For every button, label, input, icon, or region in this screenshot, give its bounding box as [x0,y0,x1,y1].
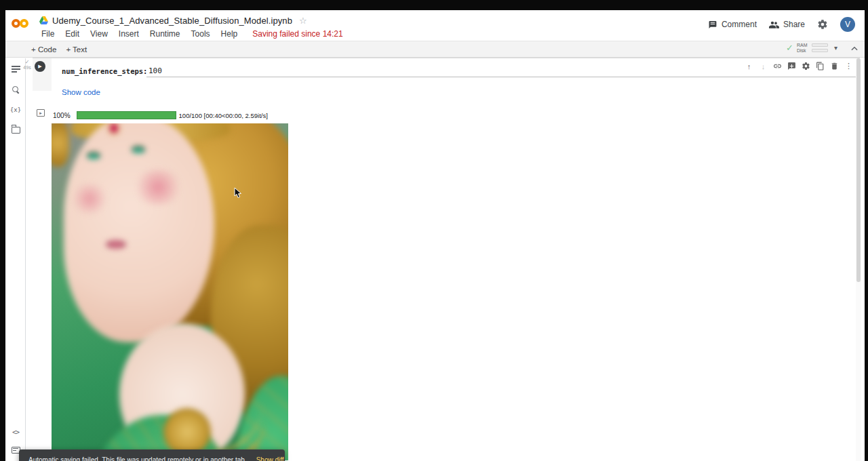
logo-ring-right [20,19,28,28]
collapse-chevron-icon[interactable] [850,44,859,54]
form-field-label: num_inference_steps: [62,67,147,75]
menu-file[interactable]: File [36,28,60,40]
show-diff-button[interactable]: Show diff [256,456,284,461]
menu-tools[interactable]: Tools [186,28,216,40]
star-icon[interactable]: ☆ [299,16,307,26]
mouse-cursor [234,187,242,199]
progress-caption: 100/100 [00:40<00:00, 2.59it/s] [179,112,268,119]
menu-runtime[interactable]: Runtime [144,28,186,40]
header: Udemy_Course_1_Advanced_Stable_Diffusion… [5,10,865,41]
progress-row: 100% 100/100 [00:40<00:00, 2.59it/s] [53,111,268,120]
colab-logo-icon[interactable] [11,16,33,31]
generated-image [52,123,288,460]
comment-button[interactable]: Comment [708,20,757,29]
image-forehead-gem [110,123,118,133]
notebook-toolbar: + Code + Text ✓ RAM Disk ▾ [5,41,865,58]
move-cell-down-icon[interactable]: ↓ [758,61,768,71]
more-options-icon[interactable]: ⋮ [844,61,854,71]
disk-meter [812,49,828,52]
add-code-button[interactable]: + Code [31,45,56,54]
execution-info: ✓ 49s [22,60,33,70]
play-icon: ▶ [38,64,41,69]
avatar[interactable]: V [840,17,855,32]
image-gold-ornament-region [52,123,69,167]
add-text-button[interactable]: + Text [66,45,87,54]
link-cell-icon[interactable] [772,61,783,71]
cell-settings-icon[interactable] [801,61,811,71]
colab-app: Udemy_Course_1_Advanced_Stable_Diffusion… [5,10,865,461]
left-sidebar: {x} <> [5,58,26,461]
search-icon[interactable] [5,81,26,98]
resource-widget[interactable]: ✓ RAM Disk ▾ [786,43,837,53]
code-snippets-icon[interactable]: <> [5,424,26,440]
notebook-title[interactable]: Udemy_Course_1_Advanced_Stable_Diffusion… [52,16,292,26]
menu-bar: File Edit View Insert Runtime Tools Help… [36,28,343,40]
image-left-eye [87,152,100,159]
save-status[interactable]: Saving failed since 14:21 [252,29,342,39]
cell-toolbar: ↑ ↓ ⋮ [741,60,856,73]
variables-icon[interactable]: {x} [5,102,26,118]
scrollbar-thumb[interactable] [856,58,861,282]
image-gold-pendant [163,408,211,456]
image-lips [106,240,126,249]
delete-cell-icon[interactable] [829,61,840,71]
save-failed-toast: Automatic saving failed. This file was u… [19,449,285,461]
share-people-icon [769,20,779,28]
show-code-link[interactable]: Show code [62,88,100,96]
image-blush-region [132,169,184,205]
progress-percent: 100% [53,112,71,119]
add-comment-icon[interactable] [787,61,797,71]
drive-icon [39,16,48,24]
execution-time: 49s [22,65,33,70]
executed-check-icon: ✓ [22,60,33,65]
copy-cell-icon[interactable] [815,61,825,71]
image-right-eye [132,146,145,153]
comment-icon [708,20,717,29]
share-label: Share [783,20,805,29]
toast-message: Automatic saving failed. This file was u… [28,456,247,461]
progress-bar [77,111,176,119]
disk-label: Disk [797,48,810,53]
share-button[interactable]: Share [769,20,805,29]
output-indicator-icon[interactable]: ▸ [37,109,45,117]
screen-frame: Udemy_Course_1_Advanced_Stable_Diffusion… [0,0,868,461]
image-blush-region [71,183,108,214]
resources-caret-icon[interactable]: ▾ [834,44,837,52]
menu-view[interactable]: View [85,28,113,40]
ram-label: RAM [797,43,810,47]
settings-gear-icon[interactable] [817,19,828,30]
run-cell-button[interactable]: ▶ [35,61,45,72]
menu-insert[interactable]: Insert [113,28,144,40]
comment-label: Comment [722,20,757,29]
menu-help[interactable]: Help [216,28,243,40]
move-cell-up-icon[interactable]: ↑ [744,61,754,71]
menu-edit[interactable]: Edit [60,28,85,40]
files-icon[interactable] [5,122,26,138]
ram-meter [812,43,828,47]
connected-check-icon: ✓ [786,43,793,53]
